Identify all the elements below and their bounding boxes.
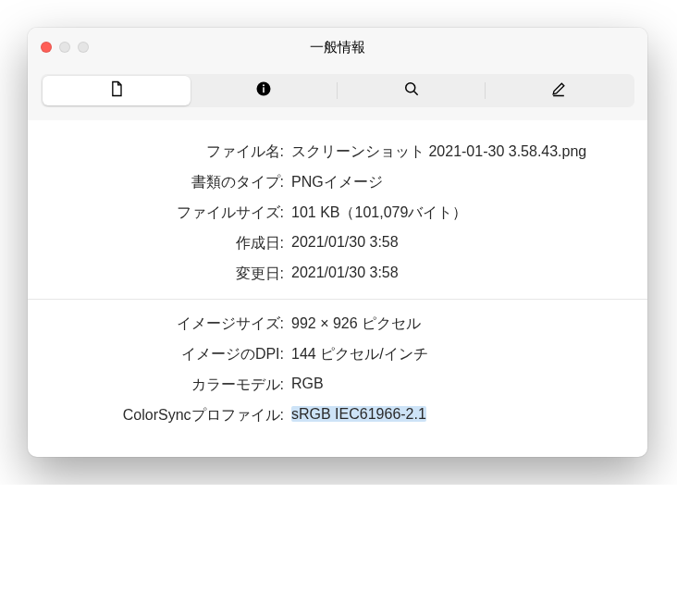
row-created: 作成日: 2021/01/30 3:58 — [65, 228, 610, 259]
colorsync-label: ColorSyncプロファイル: — [65, 406, 291, 425]
dpi-value: 144 ピクセル/インチ — [291, 345, 610, 364]
created-value: 2021/01/30 3:58 — [291, 234, 610, 251]
dpi-label: イメージのDPI: — [65, 345, 291, 364]
colormodel-value: RGB — [291, 376, 610, 392]
filesize-label: ファイルサイズ: — [65, 203, 291, 223]
filename-value: スクリーンショット 2021-01-30 3.58.43.png — [291, 142, 610, 162]
row-doctype: 書類のタイプ: PNGイメージ — [65, 167, 610, 198]
zoom-button — [78, 42, 89, 53]
svg-point-3 — [406, 83, 415, 92]
row-colorsync: ColorSyncプロファイル: sRGB IEC61966-2.1 — [65, 400, 610, 431]
row-modified: 変更日: 2021/01/30 3:58 — [65, 259, 610, 290]
tab-info[interactable] — [191, 76, 338, 105]
toolbar — [28, 67, 647, 120]
imagesize-label: イメージサイズ: — [65, 314, 291, 334]
modified-value: 2021/01/30 3:58 — [291, 265, 610, 281]
colorsync-value[interactable]: sRGB IEC61966-2.1 — [291, 406, 610, 423]
edit-icon — [549, 80, 568, 102]
info-panel: ファイル名: スクリーンショット 2021-01-30 3.58.43.png … — [28, 120, 647, 457]
info-icon — [254, 80, 273, 102]
filesize-value: 101 KB（101,079バイト） — [291, 203, 610, 223]
tab-search[interactable] — [338, 76, 486, 105]
colormodel-label: カラーモデル: — [65, 376, 291, 395]
svg-point-2 — [263, 84, 265, 86]
filename-label: ファイル名: — [65, 142, 291, 162]
traffic-lights — [41, 42, 89, 53]
search-icon — [402, 80, 421, 102]
info-window: 一般情報 — [28, 28, 647, 457]
row-imagesize: イメージサイズ: 992 × 926 ピクセル — [65, 309, 610, 339]
divider — [28, 299, 647, 300]
modified-label: 変更日: — [65, 265, 291, 284]
minimize-button — [59, 42, 70, 53]
imagesize-value: 992 × 926 ピクセル — [291, 314, 610, 334]
doctype-label: 書類のタイプ: — [65, 173, 291, 192]
titlebar: 一般情報 — [28, 28, 647, 67]
doctype-value: PNGイメージ — [291, 173, 610, 192]
window-title: 一般情報 — [28, 39, 647, 56]
segmented-tabs — [41, 74, 634, 107]
row-filesize: ファイルサイズ: 101 KB（101,079バイト） — [65, 198, 610, 228]
row-dpi: イメージのDPI: 144 ピクセル/インチ — [65, 339, 610, 370]
close-button[interactable] — [41, 42, 52, 53]
row-filename: ファイル名: スクリーンショット 2021-01-30 3.58.43.png — [65, 137, 610, 167]
tab-file[interactable] — [43, 76, 191, 105]
row-colormodel: カラーモデル: RGB — [65, 370, 610, 400]
svg-rect-1 — [263, 87, 265, 92]
tab-edit[interactable] — [486, 76, 634, 105]
file-icon — [107, 80, 126, 102]
created-label: 作成日: — [65, 234, 291, 253]
